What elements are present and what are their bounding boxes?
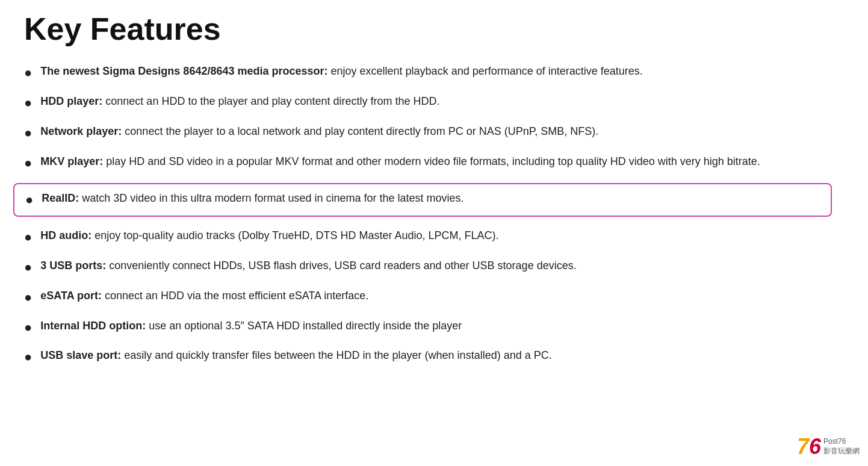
watermark-logo: 76: [797, 436, 821, 458]
feature-item-hd-audio: ●HD audio: enjoy top-quality audio track…: [24, 228, 844, 247]
feature-item-mkv-player: ●MKV player: play HD and SD video in a p…: [24, 154, 844, 173]
feature-label: 3 USB ports:: [40, 259, 106, 272]
bullet-icon: ●: [24, 288, 32, 307]
bullet-icon: ●: [24, 348, 32, 367]
feature-label: The newest Sigma Designs 8642/8643 media…: [40, 65, 327, 77]
watermark-line2: 影音玩樂網: [823, 447, 860, 456]
feature-text: Internal HDD option: use an optional 3.5…: [40, 318, 462, 334]
feature-item-internal-hdd: ●Internal HDD option: use an optional 3.…: [24, 318, 844, 337]
feature-text: USB slave port: easily and quickly trans…: [40, 347, 551, 364]
feature-label: RealID:: [42, 192, 79, 204]
feature-label: Network player:: [40, 125, 122, 137]
feature-label: USB slave port:: [40, 349, 121, 361]
bullet-icon: ●: [24, 94, 32, 113]
feature-label: Internal HDD option:: [40, 320, 146, 332]
watermark: 76 Post76 影音玩樂網: [797, 436, 860, 458]
bullet-icon: ●: [25, 191, 33, 210]
page-title: Key Features: [24, 12, 844, 46]
feature-text: HD audio: enjoy top-quality audio tracks…: [40, 228, 498, 244]
bullet-icon: ●: [24, 318, 32, 337]
bullet-icon: ●: [24, 64, 32, 82]
feature-label: MKV player:: [40, 155, 103, 167]
bullet-icon: ●: [24, 258, 32, 277]
feature-item-realid: ●RealID: watch 3D video in this ultra mo…: [13, 183, 832, 217]
feature-text: HDD player: connect an HDD to the player…: [40, 93, 439, 110]
feature-text: RealID: watch 3D video in this ultra mod…: [42, 190, 463, 207]
feature-label: HD audio:: [40, 229, 91, 241]
feature-item-esata: ●eSATA port: connect an HDD via the most…: [24, 288, 844, 307]
feature-text: eSATA port: connect an HDD via the most …: [40, 288, 368, 304]
feature-item-hdd-player: ●HDD player: connect an HDD to the playe…: [24, 93, 844, 113]
feature-item-usb-ports: ●3 USB ports: conveniently connect HDDs,…: [24, 258, 844, 277]
feature-text: Network player: connect the player to a …: [40, 123, 598, 140]
watermark-line1: Post76: [823, 437, 860, 447]
feature-text: The newest Sigma Designs 8642/8643 media…: [40, 63, 643, 79]
bullet-icon: ●: [24, 228, 32, 247]
feature-label: eSATA port:: [40, 290, 102, 302]
bullet-icon: ●: [24, 124, 32, 143]
feature-item-sigma: ●The newest Sigma Designs 8642/8643 medi…: [24, 63, 844, 82]
feature-text: 3 USB ports: conveniently connect HDDs, …: [40, 258, 576, 274]
features-list: ●The newest Sigma Designs 8642/8643 medi…: [24, 63, 844, 367]
feature-text: MKV player: play HD and SD video in a po…: [40, 154, 760, 170]
feature-item-network-player: ●Network player: connect the player to a…: [24, 123, 844, 143]
feature-label: HDD player:: [40, 95, 102, 107]
bullet-icon: ●: [24, 154, 32, 173]
feature-item-usb-slave: ●USB slave port: easily and quickly tran…: [24, 347, 844, 367]
